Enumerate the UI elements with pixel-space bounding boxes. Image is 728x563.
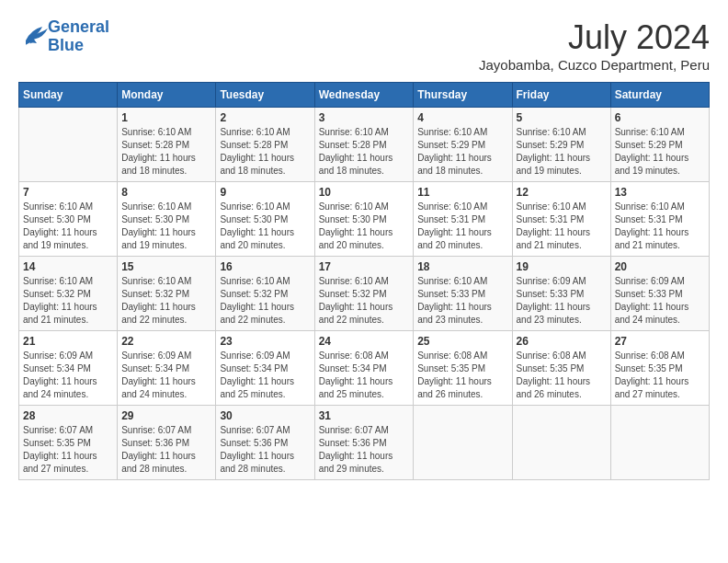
- calendar-header-row: SundayMondayTuesdayWednesdayThursdayFrid…: [19, 83, 710, 108]
- day-info: Sunrise: 6:10 AMSunset: 5:32 PMDaylight:…: [23, 275, 113, 327]
- day-info: Sunrise: 6:10 AMSunset: 5:30 PMDaylight:…: [319, 201, 410, 252]
- header-monday: Monday: [118, 83, 216, 108]
- day-number: 28: [23, 409, 113, 422]
- header-saturday: Saturday: [610, 83, 709, 108]
- day-info: Sunrise: 6:07 AMSunset: 5:36 PMDaylight:…: [220, 424, 310, 476]
- day-info: Sunrise: 6:09 AMSunset: 5:34 PMDaylight:…: [220, 350, 310, 401]
- header-thursday: Thursday: [414, 83, 512, 108]
- header-tuesday: Tuesday: [216, 83, 314, 108]
- day-number: 20: [615, 260, 705, 273]
- day-info: Sunrise: 6:10 AMSunset: 5:30 PMDaylight:…: [220, 201, 310, 252]
- calendar-cell: [610, 406, 709, 480]
- day-info: Sunrise: 6:07 AMSunset: 5:36 PMDaylight:…: [319, 424, 410, 476]
- day-number: 18: [417, 260, 507, 273]
- day-info: Sunrise: 6:09 AMSunset: 5:33 PMDaylight:…: [615, 275, 705, 327]
- calendar-week-row: 7Sunrise: 6:10 AMSunset: 5:30 PMDaylight…: [19, 182, 710, 257]
- calendar-cell: 23Sunrise: 6:09 AMSunset: 5:34 PMDayligh…: [216, 331, 314, 406]
- calendar-cell: 22Sunrise: 6:09 AMSunset: 5:34 PMDayligh…: [118, 331, 216, 406]
- day-number: 8: [121, 186, 211, 199]
- calendar-cell: 9Sunrise: 6:10 AMSunset: 5:30 PMDaylight…: [216, 182, 314, 257]
- day-info: Sunrise: 6:10 AMSunset: 5:28 PMDaylight:…: [220, 126, 310, 178]
- day-number: 1: [121, 111, 211, 124]
- page-header: General Blue July 2024 Jayobamba, Cuzco …: [18, 18, 710, 73]
- day-info: Sunrise: 6:10 AMSunset: 5:30 PMDaylight:…: [23, 201, 113, 252]
- calendar-cell: [512, 406, 610, 480]
- calendar-cell: [414, 406, 512, 480]
- day-info: Sunrise: 6:10 AMSunset: 5:28 PMDaylight:…: [121, 126, 211, 178]
- calendar-cell: 12Sunrise: 6:10 AMSunset: 5:31 PMDayligh…: [512, 182, 610, 257]
- logo-icon: [20, 22, 48, 48]
- header-friday: Friday: [512, 83, 610, 108]
- day-info: Sunrise: 6:10 AMSunset: 5:29 PMDaylight:…: [615, 126, 705, 178]
- day-info: Sunrise: 6:10 AMSunset: 5:30 PMDaylight:…: [121, 201, 211, 252]
- calendar-cell: 18Sunrise: 6:10 AMSunset: 5:33 PMDayligh…: [414, 257, 512, 331]
- calendar-table: SundayMondayTuesdayWednesdayThursdayFrid…: [18, 82, 710, 480]
- calendar-week-row: 21Sunrise: 6:09 AMSunset: 5:34 PMDayligh…: [19, 331, 710, 406]
- day-number: 15: [121, 260, 211, 273]
- calendar-cell: 21Sunrise: 6:09 AMSunset: 5:34 PMDayligh…: [19, 331, 118, 406]
- day-info: Sunrise: 6:08 AMSunset: 5:35 PMDaylight:…: [417, 350, 507, 401]
- calendar-cell: 3Sunrise: 6:10 AMSunset: 5:28 PMDaylight…: [314, 108, 414, 182]
- day-number: 14: [23, 260, 113, 273]
- calendar-cell: 16Sunrise: 6:10 AMSunset: 5:32 PMDayligh…: [216, 257, 314, 331]
- day-info: Sunrise: 6:10 AMSunset: 5:31 PMDaylight:…: [517, 201, 607, 252]
- calendar-cell: 8Sunrise: 6:10 AMSunset: 5:30 PMDaylight…: [118, 182, 216, 257]
- day-number: 31: [319, 409, 410, 422]
- day-number: 29: [121, 409, 211, 422]
- calendar-cell: 30Sunrise: 6:07 AMSunset: 5:36 PMDayligh…: [216, 406, 314, 480]
- logo-text: General Blue: [48, 18, 109, 55]
- calendar-cell: 19Sunrise: 6:09 AMSunset: 5:33 PMDayligh…: [512, 257, 610, 331]
- calendar-cell: 7Sunrise: 6:10 AMSunset: 5:30 PMDaylight…: [19, 182, 118, 257]
- calendar-cell: 1Sunrise: 6:10 AMSunset: 5:28 PMDaylight…: [118, 108, 216, 182]
- day-number: 11: [417, 186, 507, 199]
- calendar-cell: 13Sunrise: 6:10 AMSunset: 5:31 PMDayligh…: [610, 182, 709, 257]
- day-info: Sunrise: 6:10 AMSunset: 5:31 PMDaylight:…: [417, 201, 507, 252]
- day-info: Sunrise: 6:08 AMSunset: 5:35 PMDaylight:…: [615, 350, 705, 401]
- header-wednesday: Wednesday: [314, 83, 414, 108]
- day-number: 23: [220, 335, 310, 348]
- day-number: 2: [220, 111, 310, 124]
- day-info: Sunrise: 6:09 AMSunset: 5:34 PMDaylight:…: [121, 350, 211, 401]
- day-info: Sunrise: 6:10 AMSunset: 5:32 PMDaylight:…: [121, 275, 211, 327]
- title-section: July 2024 Jayobamba, Cuzco Department, P…: [479, 18, 710, 73]
- calendar-week-row: 1Sunrise: 6:10 AMSunset: 5:28 PMDaylight…: [19, 108, 710, 182]
- day-number: 24: [319, 335, 410, 348]
- day-number: 25: [417, 335, 507, 348]
- day-info: Sunrise: 6:09 AMSunset: 5:34 PMDaylight:…: [23, 350, 113, 401]
- calendar-cell: 2Sunrise: 6:10 AMSunset: 5:28 PMDaylight…: [216, 108, 314, 182]
- calendar-cell: 17Sunrise: 6:10 AMSunset: 5:32 PMDayligh…: [314, 257, 414, 331]
- day-info: Sunrise: 6:10 AMSunset: 5:32 PMDaylight:…: [220, 275, 310, 327]
- location-text: Jayobamba, Cuzco Department, Peru: [479, 57, 710, 73]
- day-number: 7: [23, 186, 113, 199]
- day-number: 10: [319, 186, 410, 199]
- calendar-cell: 10Sunrise: 6:10 AMSunset: 5:30 PMDayligh…: [314, 182, 414, 257]
- day-number: 30: [220, 409, 310, 422]
- day-number: 26: [517, 335, 607, 348]
- day-number: 13: [615, 186, 705, 199]
- day-number: 4: [417, 111, 507, 124]
- day-info: Sunrise: 6:10 AMSunset: 5:29 PMDaylight:…: [417, 126, 507, 178]
- day-info: Sunrise: 6:10 AMSunset: 5:31 PMDaylight:…: [615, 201, 705, 252]
- day-info: Sunrise: 6:10 AMSunset: 5:28 PMDaylight:…: [319, 126, 410, 178]
- calendar-cell: 6Sunrise: 6:10 AMSunset: 5:29 PMDaylight…: [610, 108, 709, 182]
- month-year-title: July 2024: [479, 18, 710, 57]
- calendar-cell: 5Sunrise: 6:10 AMSunset: 5:29 PMDaylight…: [512, 108, 610, 182]
- day-number: 6: [615, 111, 705, 124]
- day-info: Sunrise: 6:09 AMSunset: 5:33 PMDaylight:…: [517, 275, 607, 327]
- day-number: 22: [121, 335, 211, 348]
- header-sunday: Sunday: [19, 83, 118, 108]
- day-number: 9: [220, 186, 310, 199]
- calendar-cell: 15Sunrise: 6:10 AMSunset: 5:32 PMDayligh…: [118, 257, 216, 331]
- day-number: 27: [615, 335, 705, 348]
- calendar-cell: 24Sunrise: 6:08 AMSunset: 5:34 PMDayligh…: [314, 331, 414, 406]
- calendar-cell: 26Sunrise: 6:08 AMSunset: 5:35 PMDayligh…: [512, 331, 610, 406]
- day-number: 19: [517, 260, 607, 273]
- calendar-cell: 11Sunrise: 6:10 AMSunset: 5:31 PMDayligh…: [414, 182, 512, 257]
- day-info: Sunrise: 6:07 AMSunset: 5:36 PMDaylight:…: [121, 424, 211, 476]
- day-number: 16: [220, 260, 310, 273]
- day-info: Sunrise: 6:10 AMSunset: 5:32 PMDaylight:…: [319, 275, 410, 327]
- calendar-week-row: 28Sunrise: 6:07 AMSunset: 5:35 PMDayligh…: [19, 406, 710, 480]
- day-number: 21: [23, 335, 113, 348]
- calendar-week-row: 14Sunrise: 6:10 AMSunset: 5:32 PMDayligh…: [19, 257, 710, 331]
- day-number: 5: [517, 111, 607, 124]
